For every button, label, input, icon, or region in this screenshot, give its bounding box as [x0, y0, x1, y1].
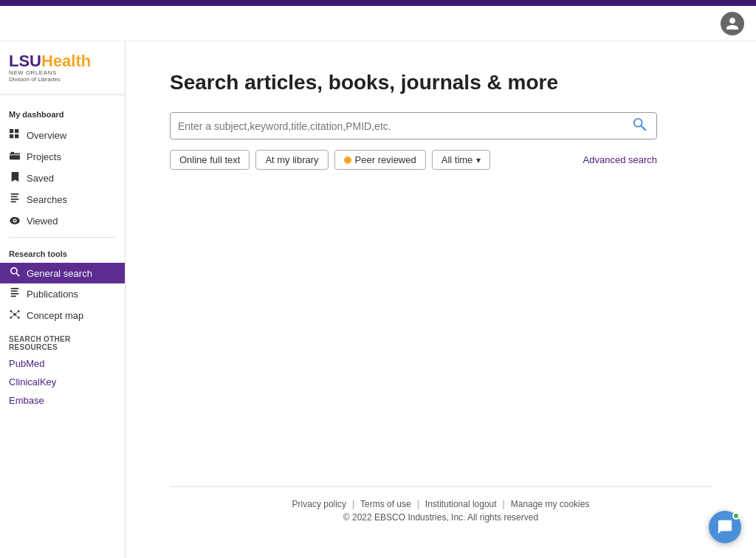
svg-point-13 — [14, 220, 16, 222]
search-submit-button[interactable] — [630, 117, 649, 134]
svg-line-28 — [15, 314, 18, 317]
svg-rect-6 — [11, 152, 14, 154]
sidebar-link-clinicalkey[interactable]: ClinicalKey — [0, 373, 125, 391]
svg-line-30 — [642, 126, 645, 130]
online-indicator — [732, 512, 740, 520]
concept-map-icon — [9, 309, 21, 322]
sidebar-item-concept-map[interactable]: Concept map — [0, 305, 125, 326]
lsu-text: LSU — [9, 52, 41, 70]
sidebar-item-viewed[interactable]: Viewed — [0, 210, 125, 231]
search-box-container — [170, 112, 657, 140]
other-resources-title: SEARCH OTHER RESOURCES — [0, 326, 125, 354]
sidebar-item-overview[interactable]: Overview — [0, 125, 125, 146]
advanced-search-link[interactable]: Advanced search — [583, 154, 657, 165]
research-tools-title: Research tools — [0, 244, 125, 263]
projects-icon — [9, 151, 21, 163]
sidebar-item-label: Viewed — [27, 216, 58, 227]
all-time-label: All time — [441, 154, 473, 165]
peer-reviewed-filter[interactable]: Peer reviewed — [334, 150, 426, 170]
manage-cookies-link[interactable]: Manage my cookies — [511, 499, 590, 509]
sidebar-link-pubmed[interactable]: PubMed — [0, 354, 125, 373]
grid-icon — [9, 129, 21, 142]
peer-reviewed-label: Peer reviewed — [355, 154, 416, 165]
chevron-down-icon — [476, 154, 481, 165]
svg-rect-19 — [11, 296, 16, 297]
logo-subtitle2: Division of Libraries — [9, 76, 116, 83]
sidebar-item-label: Searches — [27, 194, 67, 205]
sidebar-item-label: Projects — [27, 151, 61, 162]
privacy-policy-link[interactable]: Privacy policy — [292, 499, 346, 509]
searches-icon — [9, 193, 21, 206]
top-bar — [0, 0, 756, 6]
sidebar-divider — [9, 237, 116, 238]
logo-area: LSUHealth NEW ORLEANS Division of Librar… — [0, 53, 125, 95]
chat-icon[interactable] — [709, 511, 741, 543]
svg-point-14 — [10, 268, 16, 274]
sidebar-item-label: Overview — [27, 130, 66, 141]
health-text: Health — [41, 52, 91, 70]
svg-line-27 — [11, 314, 15, 317]
at-my-library-filter[interactable]: At my library — [255, 150, 328, 170]
svg-rect-16 — [11, 288, 19, 289]
peer-dot — [344, 156, 351, 164]
svg-line-25 — [11, 311, 15, 314]
viewed-icon — [9, 215, 21, 227]
copyright-text: © 2022 EBSCO Industries, Inc. All rights… — [170, 512, 712, 523]
main-layout: LSUHealth NEW ORLEANS Division of Librar… — [0, 41, 756, 558]
search-icon — [9, 267, 21, 279]
svg-rect-7 — [11, 193, 19, 195]
all-time-filter[interactable]: All time — [432, 150, 491, 170]
content-area: Search articles, books, journals & more … — [126, 41, 756, 558]
page-title: Search articles, books, journals & more — [170, 71, 712, 94]
dashboard-title: My dashboard — [0, 107, 125, 125]
footer-links: Privacy policy | Terms of use | Institut… — [170, 499, 712, 509]
sidebar-item-label: General search — [27, 268, 92, 279]
sidebar-link-embase[interactable]: Embase — [0, 391, 125, 410]
publications-icon — [9, 288, 21, 300]
terms-of-use-link[interactable]: Terms of use — [360, 499, 411, 509]
svg-line-15 — [16, 273, 19, 276]
svg-rect-10 — [11, 202, 16, 203]
svg-rect-3 — [15, 134, 18, 138]
saved-icon — [9, 172, 21, 185]
logo-subtitle1: NEW ORLEANS — [9, 69, 116, 76]
institutional-logout-link[interactable]: Institutional logout — [425, 499, 497, 509]
sidebar-item-label: Publications — [27, 289, 78, 300]
svg-rect-5 — [10, 155, 20, 159]
sidebar-item-saved[interactable]: Saved — [0, 168, 125, 189]
search-input[interactable] — [178, 120, 630, 132]
svg-rect-9 — [11, 199, 19, 200]
svg-rect-18 — [11, 293, 19, 294]
app-header — [0, 6, 756, 41]
footer: Privacy policy | Terms of use | Institut… — [170, 486, 712, 528]
sidebar-item-general-search[interactable]: General search — [0, 263, 125, 283]
sidebar-item-searches[interactable]: Searches — [0, 189, 125, 210]
logo: LSUHealth — [9, 53, 116, 69]
svg-rect-8 — [11, 196, 18, 198]
svg-rect-2 — [10, 134, 13, 138]
sidebar: LSUHealth NEW ORLEANS Division of Librar… — [0, 41, 126, 558]
sidebar-item-label: Concept map — [27, 310, 83, 321]
svg-rect-0 — [10, 129, 13, 133]
user-account-icon[interactable] — [721, 12, 744, 35]
sidebar-item-publications[interactable]: Publications — [0, 283, 125, 305]
sidebar-item-label: Saved — [27, 173, 54, 184]
sidebar-item-projects[interactable]: Projects — [0, 146, 125, 168]
svg-rect-1 — [15, 129, 18, 133]
filter-bar: Online full text At my library Peer revi… — [170, 150, 657, 170]
online-full-text-filter[interactable]: Online full text — [170, 150, 250, 170]
svg-line-26 — [15, 311, 18, 314]
svg-rect-17 — [11, 291, 18, 292]
